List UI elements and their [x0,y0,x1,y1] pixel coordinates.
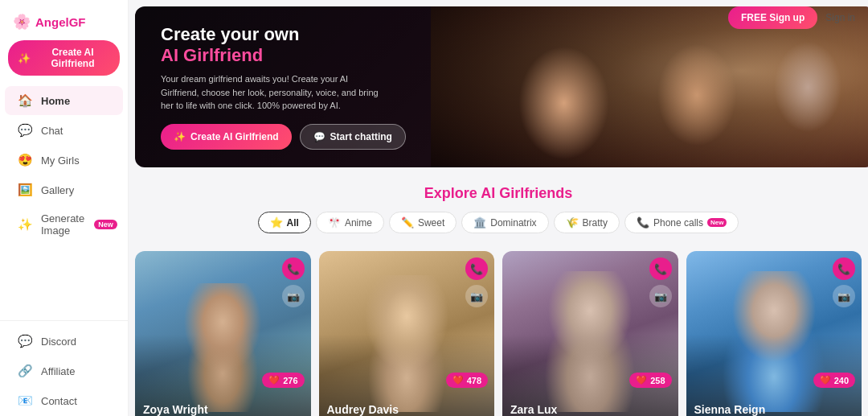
sidebar-item-gallery[interactable]: 🖼️ Gallery [5,175,123,204]
explore-title: Explore AI Girlfriends [141,185,855,202]
sidebar-label-generate-image: Generate Image [41,212,84,237]
sidebar-item-affiliate[interactable]: 🔗 Affiliate [5,356,123,385]
sidebar-item-generate-image[interactable]: ✨ Generate Image New [5,205,123,244]
affiliate-icon: 🔗 [18,364,33,378]
create-ai-girlfriend-button[interactable]: ✨ Create AI Girlfriend [8,40,120,76]
filter-tabs: ⭐ All 🎌 Anime ✏️ Sweet 🏛️ Dominatrix 🌾 B… [141,212,855,233]
sidebar-label-my-girls: My Girls [41,154,80,167]
star-icon: ⭐ [270,216,283,229]
call-button-3[interactable]: 📞 [649,257,672,280]
card-info-1: Zoya Wright 🗨️ Adventurous [135,395,311,416]
sidebar-label-discord: Discord [41,336,76,348]
heart-icon-2: ❤️ [452,375,464,385]
phone-icon: 📞 [637,216,649,229]
girls-grid: 📞 📷 ❤️ 276 Zoya Wright 🗨️ Adventurous [129,251,868,416]
sidebar-label-chat: Chat [41,125,63,137]
hero-text-block: Create your own AI Girlfriend Your dream… [161,24,406,150]
logo-icon: 🌸 [13,13,31,31]
sidebar: 🌸 AngelGF ✨ Create AI Girlfriend 🏠 Home … [0,0,129,416]
wand-icon: ✨ [18,52,31,64]
hero-chat-button[interactable]: 💬 Start chatting [300,124,406,150]
card-actions-top-3: 📞 📷 [649,257,672,307]
photo-button-2[interactable]: 📷 [465,285,488,307]
hero-title-line2: AI Girlfriend [161,45,406,66]
sparkle-icon: ✨ [18,217,33,232]
bratty-icon: 🌾 [566,216,579,229]
home-icon: 🏠 [18,93,33,108]
card-like-1: ❤️ 276 [262,373,304,388]
sidebar-item-chat[interactable]: 💬 Chat [5,116,123,145]
heart-icon-1: ❤️ [268,375,280,385]
photo-button-3[interactable]: 📷 [649,285,672,307]
call-button-1[interactable]: 📞 [282,257,305,280]
dominatrix-icon: 🏛️ [473,216,486,229]
sidebar-item-my-girls[interactable]: 😍 My Girls [5,146,123,175]
girl-card-zoya[interactable]: 📞 📷 ❤️ 276 Zoya Wright 🗨️ Adventurous [135,251,311,416]
filter-tab-all[interactable]: ⭐ All [258,212,311,233]
photo-button-1[interactable]: 📷 [282,285,305,307]
call-button-2[interactable]: 📞 [465,257,488,280]
heart-eyes-icon: 😍 [18,153,33,167]
filter-tab-phone-calls[interactable]: 📞 Phone calls New [624,212,739,233]
generate-image-badge: New [94,220,117,229]
explore-section: Explore AI Girlfriends ⭐ All 🎌 Anime ✏️ … [129,174,868,251]
girl-card-audrey[interactable]: 📞 📷 ❤️ 478 Audrey Davis 🗨️ Childhood Fri… [319,251,495,416]
filter-tab-bratty[interactable]: 🌾 Bratty [554,212,620,233]
sidebar-label-home: Home [41,95,70,107]
girl-name-4: Sienna Reign [694,403,854,416]
sidebar-item-contact[interactable]: 📧 Contact [5,386,123,415]
contact-icon: 📧 [18,393,33,408]
girl-name-2: Audrey Davis [327,403,487,416]
top-header: FREE Sign up Sign in [715,0,868,35]
sidebar-label-affiliate: Affiliate [41,365,75,377]
wand-icon-hero: ✨ [174,131,186,142]
card-like-3: ❤️ 258 [629,373,671,388]
photo-button-4[interactable]: 📷 [833,285,855,307]
sidebar-bottom: 💬 Discord 🔗 Affiliate 📧 Contact [0,320,128,416]
signin-button[interactable]: Sign in [825,12,855,23]
phone-calls-badge: New [707,218,727,227]
call-button-4[interactable]: 📞 [833,257,855,280]
girl-name-1: Zoya Wright [143,403,303,416]
card-like-4: ❤️ 240 [813,373,855,388]
heart-icon-3: ❤️ [636,375,647,385]
card-actions-top-2: 📞 📷 [465,257,488,307]
hero-buttons: ✨ Create AI Girlfriend 💬 Start chatting [161,124,406,150]
filter-tab-anime[interactable]: 🎌 Anime [316,212,384,233]
filter-tab-dominatrix[interactable]: 🏛️ Dominatrix [461,212,548,233]
sidebar-nav: 🏠 Home 💬 Chat 😍 My Girls 🖼️ Gallery ✨ Ge… [0,85,128,245]
girl-card-sienna[interactable]: 📞 📷 ❤️ 240 Sienna Reign 🗨️ Lewd [686,251,862,416]
sidebar-label-gallery: Gallery [41,184,74,196]
main-content: Create your own AI Girlfriend Your dream… [129,0,868,416]
card-actions-top-4: 📞 📷 [833,257,855,307]
chat-bubble-icon: 💬 [313,131,326,142]
hero-title-line1: Create your own [161,24,406,45]
chat-icon: 💬 [18,123,33,138]
gallery-icon: 🖼️ [18,183,33,197]
anime-icon: 🎌 [328,216,341,229]
card-info-2: Audrey Davis 🗨️ Childhood Friend [319,395,495,416]
heart-icon-4: ❤️ [820,375,831,385]
filter-tab-sweet[interactable]: ✏️ Sweet [389,212,457,233]
card-info-4: Sienna Reign 🗨️ Lewd [686,395,862,416]
hero-create-button[interactable]: ✨ Create AI Girlfriend [161,124,292,150]
sidebar-label-contact: Contact [41,395,77,407]
card-info-3: Zara Lux 🗨️ Submissive [502,395,678,416]
girl-name-3: Zara Lux [510,403,670,416]
sidebar-item-home[interactable]: 🏠 Home [5,86,123,115]
sidebar-logo: 🌸 AngelGF [0,6,128,40]
card-actions-top-1: 📞 📷 [282,257,305,307]
card-like-2: ❤️ 478 [446,373,488,388]
sweet-icon: ✏️ [401,216,414,229]
free-signup-button[interactable]: FREE Sign up [728,6,817,29]
logo-text: AngelGF [35,15,86,29]
sidebar-item-discord[interactable]: 💬 Discord [5,327,123,356]
hero-description: Your dream girlfriend awaits you! Create… [161,72,386,113]
discord-icon: 💬 [18,334,33,348]
girl-card-zara[interactable]: 📞 📷 ❤️ 258 Zara Lux 🗨️ Submissive [502,251,678,416]
